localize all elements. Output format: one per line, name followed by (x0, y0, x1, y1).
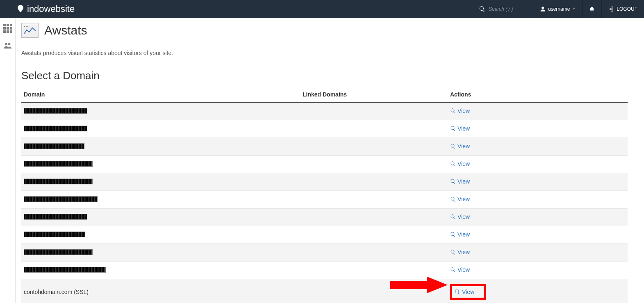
domains-table: Domain Linked Domains Actions ViewViewVi… (21, 87, 628, 303)
view-link[interactable]: View (450, 196, 470, 202)
linked-domains-cell (300, 209, 448, 226)
redacted-domain (24, 196, 98, 202)
brand-name: indowebsite (27, 4, 75, 14)
domain-cell (21, 244, 300, 262)
view-label: View (457, 266, 470, 273)
view-label: View (457, 231, 470, 238)
redacted-domain (24, 214, 87, 220)
redacted-domain (24, 267, 106, 273)
domain-cell (21, 191, 300, 209)
linked-domains-cell (300, 156, 448, 173)
actions-cell: View (448, 173, 628, 191)
view-link[interactable]: View (450, 108, 470, 114)
view-label: View (457, 108, 470, 114)
page-description: Awstats produces visual statistics about… (21, 50, 628, 56)
redacted-domain (24, 249, 93, 255)
table-row: contohdomain.com (SSL)View (21, 279, 628, 303)
view-link[interactable]: View (450, 249, 470, 255)
actions-cell: View (448, 262, 628, 279)
main-content: Awstats Awstats produces visual statisti… (16, 18, 644, 303)
highlight-box-annotation: View (450, 284, 486, 300)
view-link[interactable]: View (450, 125, 470, 132)
svg-point-1 (24, 26, 25, 27)
actions-cell: View (448, 209, 628, 226)
user-menu[interactable]: username (533, 0, 582, 18)
brand-logo[interactable]: indowebsite (0, 4, 75, 14)
view-label: View (457, 161, 470, 167)
domain-cell (21, 102, 300, 120)
actions-cell: View (448, 191, 628, 209)
page-header: Awstats (21, 23, 628, 42)
search-input[interactable] (489, 6, 530, 12)
notifications-button[interactable] (582, 0, 601, 18)
table-row: View (21, 138, 628, 156)
username-label: username (548, 6, 570, 12)
col-domain-header[interactable]: Domain (21, 87, 300, 102)
redacted-domain (24, 161, 93, 167)
search-icon (479, 6, 485, 12)
actions-cell: View (448, 226, 628, 244)
caret-down-icon (572, 7, 576, 11)
table-row: View (21, 226, 628, 244)
linked-domains-cell (300, 120, 448, 138)
actions-cell: View (448, 244, 628, 262)
red-arrow-annotation (390, 277, 448, 293)
svg-point-2 (26, 26, 27, 27)
domain-cell (21, 262, 300, 279)
apps-grid-icon[interactable] (3, 24, 12, 33)
view-link[interactable]: View (450, 143, 470, 149)
users-icon[interactable] (3, 41, 12, 51)
view-link[interactable]: View (450, 161, 470, 167)
view-label: View (457, 143, 470, 149)
table-row: View (21, 209, 628, 226)
view-link[interactable]: View (450, 266, 470, 273)
redacted-domain (24, 143, 84, 149)
redacted-domain (24, 232, 85, 237)
svg-marker-4 (390, 277, 448, 293)
linked-domains-cell (300, 279, 448, 303)
actions-cell: View (448, 279, 628, 303)
actions-cell: View (448, 120, 628, 138)
domain-cell: contohdomain.com (SSL) (21, 279, 300, 303)
domain-cell (21, 156, 300, 173)
view-label: View (457, 196, 470, 202)
view-label: View (457, 178, 470, 185)
table-row: View (21, 120, 628, 138)
view-link[interactable]: View (450, 213, 470, 220)
bell-icon (589, 6, 595, 12)
view-link[interactable]: View (450, 178, 470, 185)
table-row: View (21, 191, 628, 209)
table-row: View (21, 156, 628, 173)
linked-domains-cell (300, 244, 448, 262)
left-rail (0, 18, 16, 303)
actions-cell: View (448, 156, 628, 173)
actions-cell: View (448, 102, 628, 120)
actions-cell: View (448, 138, 628, 156)
search-area (476, 0, 533, 18)
awstats-icon (21, 23, 39, 38)
svg-point-3 (27, 26, 28, 27)
linked-domains-cell (300, 191, 448, 209)
linked-domains-cell (300, 138, 448, 156)
view-label: View (457, 213, 470, 220)
view-link[interactable]: View (455, 289, 474, 295)
logout-button[interactable]: LOGOUT (601, 0, 644, 18)
linked-domains-cell (300, 226, 448, 244)
col-actions-header: Actions (448, 87, 628, 102)
logo-icon (16, 4, 25, 14)
domain-cell (21, 209, 300, 226)
view-link[interactable]: View (450, 231, 470, 238)
view-label: View (462, 289, 474, 295)
section-title: Select a Domain (21, 69, 628, 82)
view-label: View (457, 249, 470, 255)
redacted-domain (24, 108, 87, 114)
domain-cell (21, 173, 300, 191)
top-bar: indowebsite username LOGOUT (0, 0, 644, 18)
table-row: View (21, 102, 628, 120)
linked-domains-cell (300, 173, 448, 191)
col-linked-header[interactable]: Linked Domains (300, 87, 448, 102)
logout-icon (608, 6, 614, 12)
table-row: View (21, 244, 628, 262)
table-row: View (21, 262, 628, 279)
user-icon (540, 6, 546, 12)
